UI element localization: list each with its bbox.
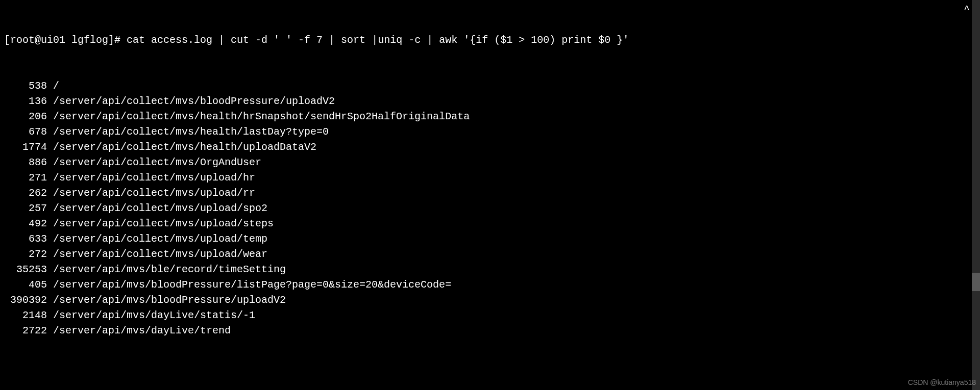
count-value: 206 (4, 109, 47, 124)
count-value: 633 (4, 231, 47, 247)
url-path: /server/api/collect/mvs/upload/hr (47, 170, 255, 186)
count-value: 271 (4, 170, 47, 186)
output-row: 886/server/api/collect/mvs/OrgAndUser (4, 155, 976, 170)
url-path: / (47, 79, 59, 94)
output-row: 492/server/api/collect/mvs/upload/steps (4, 216, 976, 231)
output-row: 1774/server/api/collect/mvs/health/uploa… (4, 140, 976, 155)
count-value: 538 (4, 79, 47, 94)
output-row: 271/server/api/collect/mvs/upload/hr (4, 170, 976, 186)
output-row: 257/server/api/collect/mvs/upload/spo2 (4, 201, 976, 216)
url-path: /server/api/collect/mvs/upload/spo2 (47, 201, 267, 216)
count-value: 1774 (4, 140, 47, 155)
scrollbar-thumb[interactable] (972, 273, 980, 291)
scroll-caret-icon: ^ (964, 2, 970, 17)
watermark: CSDN @kutianya518 (908, 377, 976, 388)
url-path: /server/api/mvs/dayLive/statis/-1 (47, 308, 255, 323)
count-value: 35253 (4, 262, 47, 277)
output-row: 272/server/api/collect/mvs/upload/wear (4, 247, 976, 262)
output-row: 538/ (4, 79, 976, 94)
output-row: 405/server/api/mvs/bloodPressure/listPag… (4, 277, 976, 293)
url-path: /server/api/mvs/dayLive/trend (47, 323, 231, 339)
url-path: /server/api/collect/mvs/health/hrSnapsho… (47, 109, 470, 124)
url-path: /server/api/collect/mvs/upload/temp (47, 231, 267, 247)
count-value: 678 (4, 124, 47, 140)
url-path: /server/api/mvs/bloodPressure/listPage?p… (47, 277, 451, 293)
vertical-scrollbar[interactable] (972, 0, 980, 390)
url-path: /server/api/mvs/bloodPressure/uploadV2 (47, 293, 286, 308)
output-row: 678/server/api/collect/mvs/health/lastDa… (4, 124, 976, 140)
url-path: /server/api/collect/mvs/bloodPressure/up… (47, 94, 335, 109)
count-value: 405 (4, 277, 47, 293)
output-row: 390392/server/api/mvs/bloodPressure/uplo… (4, 293, 976, 308)
output-rows: 538/136/server/api/collect/mvs/bloodPres… (4, 79, 976, 339)
count-value: 886 (4, 155, 47, 170)
terminal-output[interactable]: [root@ui01 lgflog]# cat access.log | cut… (0, 0, 980, 356)
count-value: 257 (4, 201, 47, 216)
command-line: [root@ui01 lgflog]# cat access.log | cut… (4, 33, 976, 48)
count-value: 136 (4, 94, 47, 109)
output-row: 633/server/api/collect/mvs/upload/temp (4, 231, 976, 247)
output-row: 206/server/api/collect/mvs/health/hrSnap… (4, 109, 976, 124)
output-row: 2722/server/api/mvs/dayLive/trend (4, 323, 976, 339)
url-path: /server/api/collect/mvs/upload/wear (47, 247, 267, 262)
count-value: 2722 (4, 323, 47, 339)
count-value: 492 (4, 216, 47, 231)
url-path: /server/api/mvs/ble/record/timeSetting (47, 262, 286, 277)
count-value: 2148 (4, 308, 47, 323)
output-row: 35253/server/api/mvs/ble/record/timeSett… (4, 262, 976, 277)
count-value: 272 (4, 247, 47, 262)
url-path: /server/api/collect/mvs/upload/steps (47, 216, 274, 231)
output-row: 2148/server/api/mvs/dayLive/statis/-1 (4, 308, 976, 323)
output-row: 262/server/api/collect/mvs/upload/rr (4, 186, 976, 201)
shell-prompt: [root@ui01 lgflog]# (4, 34, 127, 46)
url-path: /server/api/collect/mvs/health/lastDay?t… (47, 124, 329, 140)
count-value: 262 (4, 186, 47, 201)
count-value: 390392 (4, 293, 47, 308)
output-row: 136/server/api/collect/mvs/bloodPressure… (4, 94, 976, 109)
url-path: /server/api/collect/mvs/OrgAndUser (47, 155, 261, 170)
url-path: /server/api/collect/mvs/health/uploadDat… (47, 140, 316, 155)
command-text: cat access.log | cut -d ' ' -f 7 | sort … (127, 34, 629, 46)
url-path: /server/api/collect/mvs/upload/rr (47, 186, 255, 201)
